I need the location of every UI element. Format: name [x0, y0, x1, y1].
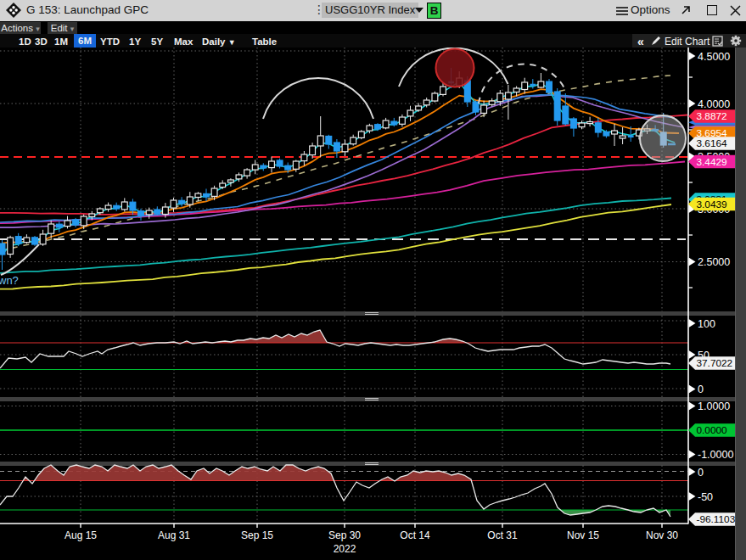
svg-text:Nov 30: Nov 30 [646, 529, 678, 541]
svg-text:3.8872: 3.8872 [697, 110, 727, 122]
svg-text:4.5000: 4.5000 [698, 51, 730, 63]
svg-text:0.0000: 0.0000 [697, 424, 728, 436]
svg-text:2.5000: 2.5000 [698, 256, 730, 268]
svg-text:-50: -50 [698, 491, 713, 503]
svg-text:3.6164: 3.6164 [697, 137, 728, 149]
svg-text:1.0000: 1.0000 [698, 400, 730, 412]
svg-text:37.7022: 37.7022 [697, 357, 733, 369]
svg-text:Aug 15: Aug 15 [65, 529, 97, 541]
svg-text:wn?: wn? [0, 274, 19, 287]
svg-text:Sep 15: Sep 15 [241, 529, 273, 541]
svg-text:3.0439: 3.0439 [697, 199, 727, 210]
svg-text:-96.1103: -96.1103 [697, 513, 736, 525]
svg-text:100: 100 [698, 318, 715, 330]
svg-text:2022: 2022 [334, 543, 356, 555]
svg-text:Oct 14: Oct 14 [400, 529, 430, 541]
svg-text:Oct 31: Oct 31 [487, 529, 518, 541]
svg-text:3.4429: 3.4429 [697, 156, 727, 168]
svg-text:0: 0 [698, 467, 704, 479]
svg-text:0: 0 [698, 384, 704, 395]
svg-text:Sep 30: Sep 30 [328, 529, 361, 541]
svg-text:Aug 31: Aug 31 [158, 529, 190, 541]
svg-text:-1.0000: -1.0000 [698, 449, 733, 461]
svg-text:4.0000: 4.0000 [698, 98, 730, 110]
svg-text:Nov 15: Nov 15 [567, 529, 599, 541]
